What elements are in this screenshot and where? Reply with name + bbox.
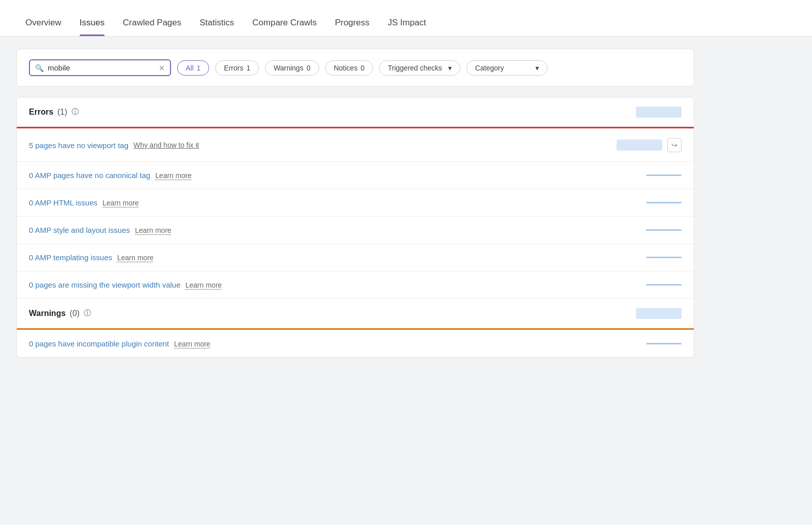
search-icon: 🔍 xyxy=(35,64,44,72)
chevron-down-icon: ▾ xyxy=(448,64,452,72)
issue-left-amp-canonical: 0 AMP pages have no canonical tag Learn … xyxy=(29,171,646,180)
filter-bar: 🔍 ✕ All 1 Errors 1 Warnings 0 Notices 0 … xyxy=(16,49,694,87)
issue-right-amp-template xyxy=(646,257,682,258)
issue-text-plugin-content: 0 pages have incompatible plugin content xyxy=(29,339,169,348)
issue-row-viewport-width: 0 pages are missing the viewport width v… xyxy=(17,271,694,298)
main-content: 🔍 ✕ All 1 Errors 1 Warnings 0 Notices 0 … xyxy=(0,37,710,370)
nav-item-issues[interactable]: Issues xyxy=(71,8,114,36)
viewport-bar-placeholder xyxy=(617,139,662,151)
issue-row-amp-style: 0 AMP style and layout issues Learn more xyxy=(17,216,694,243)
filter-all-button[interactable]: All 1 xyxy=(177,60,209,76)
amp-template-bar xyxy=(646,257,682,258)
warnings-bar-placeholder xyxy=(636,308,682,319)
nav-item-progress[interactable]: Progress xyxy=(326,8,379,36)
issue-left-viewport-width: 0 pages are missing the viewport width v… xyxy=(29,281,646,289)
issue-text-amp-style: 0 AMP style and layout issues xyxy=(29,226,130,234)
issue-right-viewport-tag: ↪ xyxy=(617,138,682,152)
errors-section-header: Errors (1) ⓘ xyxy=(17,97,694,127)
learn-more-viewport-width[interactable]: Learn more xyxy=(186,281,222,289)
issue-row-amp-template: 0 AMP templating issues Learn more xyxy=(17,243,694,271)
category-dropdown[interactable]: Category ▾ xyxy=(466,60,548,76)
filter-notices-button[interactable]: Notices 0 xyxy=(325,60,373,76)
issue-row-amp-canonical: 0 AMP pages have no canonical tag Learn … xyxy=(17,161,694,189)
viewport-tag-why-fix-link[interactable]: Why and how to fix it xyxy=(133,141,199,149)
issue-right-amp-style xyxy=(646,229,682,231)
amp-style-bar xyxy=(646,229,682,231)
errors-info-icon[interactable]: ⓘ xyxy=(72,108,79,117)
warnings-info-icon[interactable]: ⓘ xyxy=(84,309,91,318)
redirect-icon-button[interactable]: ↪ xyxy=(667,138,682,152)
issues-panel: Errors (1) ⓘ 5 pages have no viewport ta… xyxy=(16,97,694,358)
issue-right-amp-html xyxy=(646,202,682,203)
warnings-section-title: Warnings (0) ⓘ xyxy=(29,309,91,318)
issue-text-amp-canonical: 0 AMP pages have no canonical tag xyxy=(29,171,150,180)
viewport-tag-pages-link[interactable]: 5 pages xyxy=(29,141,56,150)
issue-right-plugin-content xyxy=(646,343,682,344)
issue-left-amp-template: 0 AMP templating issues Learn more xyxy=(29,253,646,262)
learn-more-amp-template[interactable]: Learn more xyxy=(117,254,154,262)
issue-right-viewport-width xyxy=(646,284,682,286)
chevron-down-icon: ▾ xyxy=(535,64,539,72)
issue-text-amp-html: 0 AMP HTML issues xyxy=(29,198,97,207)
issue-right-amp-canonical xyxy=(646,174,682,176)
nav-item-js-impact[interactable]: JS Impact xyxy=(379,8,435,36)
amp-canonical-bar xyxy=(646,174,682,176)
learn-more-plugin-content[interactable]: Learn more xyxy=(174,340,211,348)
issue-text-viewport-tag: 5 pages have no viewport tag xyxy=(29,141,128,150)
errors-section-title: Errors (1) ⓘ xyxy=(29,108,79,117)
errors-bar-placeholder xyxy=(636,107,682,118)
nav-item-statistics[interactable]: Statistics xyxy=(190,8,243,36)
top-navigation: Overview Issues Crawled Pages Statistics… xyxy=(0,0,812,37)
nav-item-compare-crawls[interactable]: Compare Crawls xyxy=(243,8,326,36)
learn-more-amp-style[interactable]: Learn more xyxy=(135,226,172,234)
nav-item-crawled-pages[interactable]: Crawled Pages xyxy=(114,8,190,36)
issue-row-plugin-content: 0 pages have incompatible plugin content… xyxy=(17,330,694,357)
triggered-checks-dropdown[interactable]: Triggered checks ▾ xyxy=(379,60,460,76)
issue-left-plugin-content: 0 pages have incompatible plugin content… xyxy=(29,339,646,348)
amp-html-bar xyxy=(646,202,682,203)
learn-more-amp-html[interactable]: Learn more xyxy=(103,199,139,207)
issue-left-viewport-tag: 5 pages have no viewport tag Why and how… xyxy=(29,141,617,150)
learn-more-amp-canonical[interactable]: Learn more xyxy=(155,171,192,180)
issue-text-amp-template: 0 AMP templating issues xyxy=(29,253,112,262)
viewport-width-bar xyxy=(646,284,682,286)
warnings-section-header: Warnings (0) ⓘ xyxy=(17,298,694,328)
issue-left-amp-style: 0 AMP style and layout issues Learn more xyxy=(29,226,646,234)
search-input[interactable] xyxy=(48,63,155,72)
issue-row-viewport-tag: 5 pages have no viewport tag Why and how… xyxy=(17,128,694,161)
plugin-content-bar xyxy=(646,343,682,344)
filter-warnings-button[interactable]: Warnings 0 xyxy=(265,60,319,76)
search-box: 🔍 ✕ xyxy=(29,59,171,76)
search-clear-button[interactable]: ✕ xyxy=(159,64,165,72)
issue-text-viewport-width: 0 pages are missing the viewport width v… xyxy=(29,281,181,289)
nav-item-overview[interactable]: Overview xyxy=(16,8,71,36)
issue-left-amp-html: 0 AMP HTML issues Learn more xyxy=(29,198,646,207)
issue-row-amp-html: 0 AMP HTML issues Learn more xyxy=(17,189,694,216)
filter-errors-button[interactable]: Errors 1 xyxy=(215,60,259,76)
